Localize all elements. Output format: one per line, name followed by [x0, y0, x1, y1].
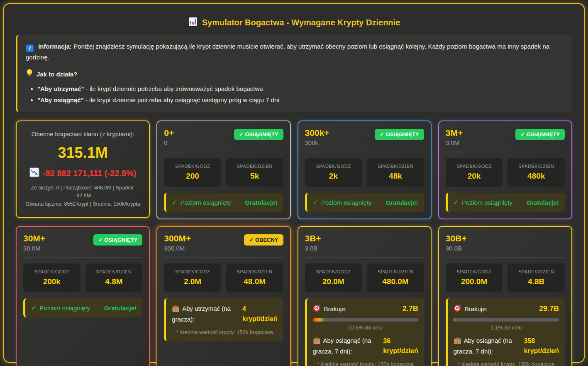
achieve-value: 358 krypt/dzień — [524, 336, 559, 356]
wealth-label: Obecne bogactwo klanu (z kryptami): — [22, 130, 143, 138]
stat-label: SPADEK/DZIEŃ — [510, 164, 562, 169]
stat-drop-day: SPADEK/DZIEŃ 5k — [226, 158, 283, 187]
check-icon: ✓ — [380, 131, 384, 138]
bar-chart-icon — [188, 17, 198, 28]
stat-value: 2.0M — [166, 277, 219, 286]
stat-value: 4.8B — [510, 277, 562, 286]
stat-label: SPADEK/DZIEŃ — [229, 269, 281, 274]
check-icon: ✓ — [172, 199, 177, 206]
status-badge: ✓ OBECNY — [244, 234, 283, 246]
card-title: 300M+ — [164, 233, 191, 243]
wealth-detail-1: Ze skrzyń: 0 | Początkowe: 408.0M | Spad… — [22, 184, 143, 200]
stat-label: SPADEK/GODZ — [26, 269, 78, 274]
check-icon: ✓ — [313, 199, 318, 206]
achieved-text: Poziom osiągnięty — [321, 199, 372, 206]
card-threshold: 30.0M — [23, 245, 45, 252]
level-card-30m: 30M+ 30.0M ✓ OSIĄGNIĘTY SPADEK/GODZ 200k… — [16, 226, 150, 366]
card-title: 30B+ — [446, 233, 467, 243]
achieve-value: 36 krypt/dzień — [383, 336, 418, 356]
progress-text: 1.1% do celu — [454, 324, 559, 331]
card-threshold: 3.0M — [446, 139, 463, 146]
bullet-item: "Aby osiągnąć" - ile krypt dziennie potr… — [37, 95, 564, 105]
stat-drop-hour: SPADEK/GODZ 20k — [446, 158, 503, 187]
progress-fill — [454, 318, 455, 322]
bullet-desc: - ile krypt dziennie potrzeba aby zrówno… — [84, 85, 263, 92]
divider — [305, 257, 424, 258]
check-icon: ✓ — [239, 131, 244, 138]
note-text: * średnia wartość krypty: 150k bogactwa — [172, 329, 277, 335]
stat-drop-day: SPADEK/DZIEŃ 48k — [367, 158, 424, 187]
stat-value: 200.0M — [448, 277, 500, 286]
congrats-text: Gratulacje! — [527, 199, 559, 206]
stat-label: SPADEK/GODZ — [448, 269, 500, 274]
card-title: 0+ — [164, 128, 174, 138]
status-badge: ✓ OSIĄGNIĘTY — [93, 234, 143, 246]
wealth-change-row: -92 882 171,111 (-22.8%) — [22, 167, 143, 179]
missing-value: 29.7B — [539, 305, 559, 313]
how-it-works-list: "Aby utrzymać" - ile krypt dziennie potr… — [37, 84, 564, 105]
wealth-detail-2: Otwarto łącznie: 8552 krypt | Średnia: 1… — [22, 200, 143, 208]
wealth-details: Ze skrzyń: 0 | Początkowe: 408.0M | Spad… — [22, 184, 143, 208]
check-icon: ✓ — [98, 237, 103, 243]
maintain-box: Aby utrzymać (na gracza): 4 krypt/dzień … — [164, 298, 283, 341]
check-icon: ✓ — [31, 304, 37, 312]
stat-drop-hour: SPADEK/GODZ 2.0M — [164, 263, 221, 292]
stat-drop-hour: SPADEK/GODZ 2k — [305, 158, 362, 187]
stat-drop-hour: SPADEK/GODZ 200 — [164, 158, 221, 187]
wealth-change: -92 882 171,111 (-22.8%) — [43, 169, 137, 178]
info-panel: i Informacja: Poniżej znajdziesz symulac… — [16, 35, 572, 112]
level-card-300m-current: 300M+ 300.0M ✓ OBECNY SPADEK/GODZ 2.0M S… — [156, 226, 290, 366]
stat-value: 5k — [229, 172, 281, 181]
stat-label: SPADEK/DZIEŃ — [229, 164, 281, 169]
stat-drop-day: SPADEK/DZIEŃ 4.8M — [85, 263, 143, 292]
congrats-text: Gratulacje! — [385, 199, 418, 206]
card-threshold: 30.0B — [446, 245, 467, 252]
stat-value: 48.0M — [229, 277, 281, 286]
progress-box: Brakuje: 2.7B 10.5% do celu Aby osiągnąć… — [305, 298, 424, 366]
maintain-label: Aby utrzymać (na gracza): — [172, 305, 231, 323]
target-icon — [454, 304, 461, 313]
stat-label: SPADEK/GODZ — [448, 164, 500, 169]
achieved-text: Poziom osiągnięty — [40, 305, 90, 312]
achieve-label: Aby osiągnąć (na gracza, 7 dni): — [313, 337, 371, 355]
stat-value: 20.0M — [307, 277, 360, 286]
info-label: Informacja: — [38, 43, 72, 50]
stat-value: 2k — [307, 172, 360, 181]
note-text: * średnia wartość krypty: 150k bogactwa — [313, 361, 418, 366]
congrats-text: Gratulacje! — [104, 305, 137, 312]
stat-label: SPADEK/DZIEŃ — [369, 269, 422, 274]
level-card-3m: 3M+ 3.0M ✓ OSIĄGNIĘTY SPADEK/GODZ 20k SP… — [438, 120, 572, 219]
stat-label: SPADEK/GODZ — [166, 164, 219, 169]
divider — [446, 257, 565, 258]
stat-value: 4.8M — [88, 277, 140, 286]
stat-value: 480.0M — [369, 277, 422, 286]
stat-drop-hour: SPADEK/GODZ 200k — [23, 263, 81, 292]
info-icon: i — [26, 44, 34, 52]
missing-label: Brakuje: — [465, 305, 488, 312]
info-text: Poniżej znajdziesz symulację pokazującą … — [26, 43, 549, 61]
stat-value: 20k — [448, 172, 500, 181]
note-text: * średnia wartość krypty: 150k bogactwa — [454, 361, 559, 366]
package-icon — [313, 337, 321, 347]
stat-drop-day: SPADEK/DZIEŃ 480.0M — [367, 263, 424, 292]
bullet-term: "Aby utrzymać" — [37, 85, 84, 92]
congrats-text: Gratulacje! — [245, 199, 277, 206]
achieve-label: Aby osiągnąć (na gracza, 7 dni): — [454, 337, 512, 355]
card-title: 30M+ — [23, 233, 45, 243]
stat-label: SPADEK/GODZ — [307, 269, 360, 274]
missing-label: Brakuje: — [324, 305, 347, 312]
check-icon: ✓ — [249, 237, 254, 243]
progress-text: 10.5% do celu — [313, 324, 418, 331]
card-title: 300k+ — [305, 128, 329, 138]
achieved-box: ✓Poziom osiągnięty Gratulacje! — [164, 193, 283, 212]
achieve-label-row: Aby osiągnąć (na gracza, 7 dni): — [313, 336, 379, 356]
stat-drop-hour: SPADEK/GODZ 20.0M — [305, 263, 362, 292]
card-title: 3M+ — [446, 128, 463, 138]
page-title: Symulator Bogactwa - Wymagane Krypty Dzi… — [202, 18, 400, 27]
stat-drop-hour: SPADEK/GODZ 200.0M — [446, 263, 503, 292]
stat-value: 200 — [166, 172, 219, 181]
current-wealth-card: Obecne bogactwo klanu (z kryptami): 315.… — [16, 120, 150, 218]
card-threshold: 0 — [164, 139, 174, 146]
divider — [446, 152, 565, 152]
bullet-item: "Aby utrzymać" - ile krypt dziennie potr… — [37, 84, 564, 93]
